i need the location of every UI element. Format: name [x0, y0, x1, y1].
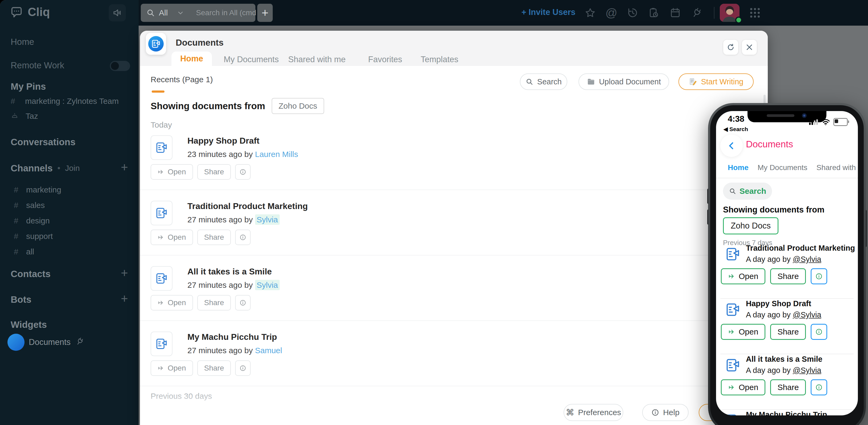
- open-button[interactable]: Open: [151, 295, 193, 310]
- channels-label: Channels: [11, 163, 53, 173]
- open-button[interactable]: Open: [721, 324, 765, 340]
- author-link[interactable]: @Sylvia: [793, 255, 822, 263]
- author-link[interactable]: Sylvia: [255, 215, 280, 225]
- phone-tab-my-documents[interactable]: My Documents: [757, 163, 807, 172]
- apps-grid-icon[interactable]: [749, 6, 762, 19]
- plug-icon[interactable]: [691, 7, 703, 19]
- mentions-icon[interactable]: @: [606, 7, 617, 19]
- share-button[interactable]: Share: [197, 360, 231, 376]
- quick-create-button[interactable]: +: [257, 4, 273, 22]
- clipboard-clock-icon[interactable]: [648, 7, 659, 19]
- hash-icon: #: [14, 247, 21, 256]
- search-documents-button[interactable]: Search: [520, 74, 567, 90]
- help-button[interactable]: Help: [642, 404, 689, 421]
- sidebar-channel-design[interactable]: #design: [0, 213, 138, 228]
- channels-join-link[interactable]: Join: [65, 164, 80, 173]
- info-button[interactable]: [235, 230, 251, 245]
- info-button[interactable]: [235, 360, 251, 376]
- sound-toggle-button[interactable]: [109, 4, 126, 21]
- open-button[interactable]: Open: [151, 164, 193, 180]
- author-link[interactable]: Sylvia: [255, 280, 280, 290]
- tab-my-documents[interactable]: My Documents: [224, 55, 279, 64]
- open-button[interactable]: Open: [151, 360, 193, 376]
- search-icon: [146, 8, 155, 17]
- history-icon[interactable]: [627, 7, 639, 19]
- upload-document-button[interactable]: Upload Document: [579, 74, 669, 90]
- sidebar-section-conversations[interactable]: Conversations: [11, 137, 75, 147]
- phone-source-chip[interactable]: Zoho Docs: [723, 217, 778, 234]
- channel-label: sales: [26, 201, 45, 210]
- remote-work-toggle[interactable]: [110, 61, 130, 71]
- share-button[interactable]: Share: [770, 324, 806, 340]
- sidebar-item-home[interactable]: Home: [11, 37, 34, 47]
- sidebar-channel-marketing[interactable]: #marketing: [0, 182, 138, 198]
- status-online-dot: [735, 17, 742, 24]
- tab-home[interactable]: Home: [172, 52, 212, 66]
- sidebar-section-widgets: Widgets: [11, 319, 47, 330]
- open-button[interactable]: Open: [721, 379, 765, 395]
- author-link[interactable]: @Sylvia: [793, 310, 822, 319]
- hash-icon: #: [14, 232, 21, 241]
- sidebar-channel-support[interactable]: #support: [0, 228, 138, 244]
- info-button[interactable]: [235, 295, 251, 310]
- phone-tab-home[interactable]: Home: [728, 163, 749, 172]
- close-button[interactable]: [742, 40, 757, 55]
- share-button[interactable]: Share: [197, 230, 231, 245]
- command-icon: ⌘: [566, 407, 574, 418]
- documents-widget-icon[interactable]: [7, 334, 25, 351]
- author-link[interactable]: Lauren Mills: [255, 150, 298, 159]
- sidebar-section-contacts[interactable]: Contacts: [11, 268, 51, 279]
- share-button[interactable]: Share: [770, 379, 806, 395]
- global-search-bar[interactable]: All Search in All (cmd + k): [141, 4, 255, 22]
- tab-templates[interactable]: Templates: [421, 55, 458, 64]
- sidebar-channel-all[interactable]: #all: [0, 244, 138, 259]
- open-button[interactable]: Open: [721, 268, 765, 284]
- phone-tab-shared-with-me[interactable]: Shared with me: [816, 163, 858, 172]
- add-channel-button[interactable]: +: [121, 162, 128, 172]
- author-link[interactable]: Samuel: [255, 346, 282, 355]
- phone-tabs: Home My Documents Shared with me: [728, 163, 858, 172]
- open-button[interactable]: Open: [151, 230, 193, 245]
- document-meta: 27 minutes ago by Sylvia: [187, 281, 280, 290]
- sidebar-section-bots[interactable]: Bots: [11, 294, 31, 305]
- meta-prefix: 23 minutes ago by: [187, 150, 255, 159]
- info-button[interactable]: [811, 324, 827, 340]
- channel-label: marketing: [26, 185, 61, 194]
- info-button[interactable]: [235, 164, 251, 180]
- back-chevron-icon: [726, 140, 737, 151]
- search-scope-select[interactable]: All: [159, 8, 168, 17]
- chevron-down-icon[interactable]: [177, 9, 184, 17]
- share-button[interactable]: Share: [770, 268, 806, 284]
- starred-icon[interactable]: [584, 7, 596, 19]
- info-button[interactable]: [811, 268, 827, 284]
- pinned-item-taz[interactable]: Taz: [11, 112, 38, 121]
- sidebar-item-remote-work[interactable]: Remote Work: [11, 60, 64, 70]
- meta-prefix: A day ago by: [746, 310, 793, 319]
- preferences-button[interactable]: ⌘ Preferences: [564, 404, 623, 421]
- sidebar-item-documents-widget[interactable]: Documents: [29, 337, 71, 347]
- back-button[interactable]: [720, 135, 743, 157]
- add-bot-button[interactable]: +: [121, 293, 128, 304]
- sidebar-channel-sales[interactable]: #sales: [0, 198, 138, 213]
- document-actions: OpenShare: [151, 295, 251, 310]
- open-label: Open: [739, 327, 758, 336]
- phone-search-button[interactable]: Search: [723, 182, 772, 200]
- share-button[interactable]: Share: [197, 295, 231, 310]
- tab-shared-with-me[interactable]: Shared with me: [288, 55, 345, 64]
- meta-prefix: 27 minutes ago by: [187, 281, 255, 289]
- author-link[interactable]: @Sylvia: [793, 366, 822, 374]
- document-icon: [725, 247, 741, 262]
- document-icon: [151, 332, 173, 356]
- share-button[interactable]: Share: [197, 164, 231, 180]
- source-chip-zoho-docs[interactable]: Zoho Docs: [272, 98, 324, 114]
- info-button[interactable]: [811, 379, 827, 395]
- pinned-item-marketing[interactable]: # marketing : Zylnotes Team: [11, 97, 119, 106]
- calendar-icon[interactable]: [670, 7, 681, 19]
- refresh-button[interactable]: [723, 40, 738, 55]
- start-writing-button[interactable]: Start Writing: [678, 74, 754, 90]
- add-contact-button[interactable]: +: [121, 267, 128, 278]
- search-icon: [525, 78, 533, 86]
- invite-users-link[interactable]: + Invite Users: [521, 7, 575, 17]
- tab-favorites[interactable]: Favorites: [368, 55, 402, 64]
- open-arrow-icon: [158, 365, 164, 372]
